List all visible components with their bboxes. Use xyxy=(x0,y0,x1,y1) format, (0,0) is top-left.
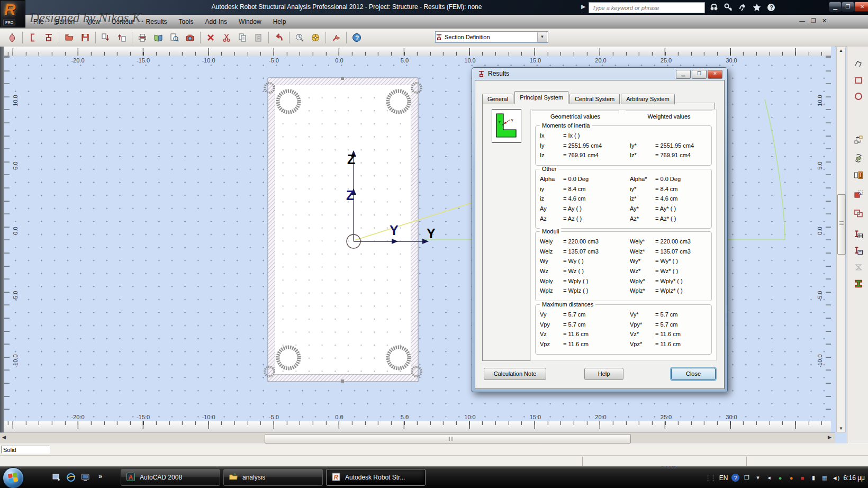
show-desktop-icon[interactable] xyxy=(51,472,62,483)
value-cell-1: = Wy ( ) xyxy=(563,258,630,264)
scroll-right-icon[interactable]: ▶ xyxy=(828,435,831,440)
cut-button[interactable] xyxy=(219,30,234,46)
tray-grip[interactable]: ⋮⋮ xyxy=(705,474,716,482)
view-mode-field[interactable]: Solid xyxy=(1,446,50,454)
preferences-button[interactable] xyxy=(328,30,344,46)
value-cell-2: Vy* xyxy=(630,311,655,318)
menu-item-window[interactable]: Window xyxy=(233,15,267,28)
draw-polyline-button[interactable] xyxy=(851,56,866,71)
paste-properties-button[interactable] xyxy=(114,30,130,46)
satellite-icon[interactable] xyxy=(736,2,749,13)
tab-general[interactable]: General xyxy=(482,94,513,104)
quicklaunch-overflow-icon[interactable]: » xyxy=(98,472,102,480)
tab-central-system[interactable]: Central System xyxy=(569,94,620,104)
print-button[interactable] xyxy=(134,30,150,46)
menu-item-tools[interactable]: Tools xyxy=(173,15,200,28)
preview-button[interactable] xyxy=(150,30,166,46)
undo-button[interactable] xyxy=(271,30,287,46)
help-button[interactable]: Help xyxy=(584,368,623,380)
horizontal-scroll-thumb[interactable] xyxy=(265,434,631,444)
section-columns-button[interactable] xyxy=(851,168,866,183)
internet-explorer-icon[interactable] xyxy=(65,472,77,483)
help-icon[interactable]: ? xyxy=(764,2,778,13)
restore-window[interactable]: ❐ xyxy=(743,474,751,482)
tab-principal-system[interactable]: Principal System xyxy=(514,91,568,104)
taskbar-button-autodeskrobotstr[interactable]: RAutodesk Robot Str... xyxy=(326,469,426,486)
close-button[interactable]: ✕ xyxy=(854,2,868,12)
close-button[interactable]: Close xyxy=(671,368,716,380)
pan-view-button[interactable] xyxy=(308,30,323,46)
scroll-up-icon[interactable]: ▲ xyxy=(839,48,843,53)
svg-text:?: ? xyxy=(355,34,359,42)
contours-merge-button[interactable] xyxy=(851,206,866,221)
key-icon[interactable] xyxy=(721,2,735,13)
rotate-button[interactable] xyxy=(851,151,866,166)
open-button[interactable] xyxy=(61,30,77,46)
copy-button[interactable] xyxy=(234,30,250,46)
menu-item-addins[interactable]: Add-Ins xyxy=(200,15,233,28)
subtab-weighted-values[interactable]: Weighted values xyxy=(626,111,712,122)
dialog-close-icon[interactable]: ✕ xyxy=(708,70,722,79)
infocenter-toggle-icon[interactable]: ▶ xyxy=(581,3,585,10)
vertical-scroll-thumb[interactable] xyxy=(837,194,846,255)
binoculars-icon[interactable] xyxy=(707,2,721,13)
network[interactable]: ▦ xyxy=(820,474,828,482)
zoom-view-button[interactable] xyxy=(292,30,308,46)
value-row: Vpz= 11.6 cmVpz*= 11.6 cm xyxy=(540,339,709,349)
caret-down[interactable]: ▾ xyxy=(754,474,762,482)
contour-modify-button[interactable] xyxy=(851,187,866,202)
scroll-down-icon[interactable]: ▼ xyxy=(839,426,843,431)
start-button[interactable] xyxy=(3,467,24,488)
mdi-minimize-button[interactable]: — xyxy=(799,17,805,24)
taskbar-button-analysis[interactable]: analysis xyxy=(223,469,323,486)
clock[interactable]: 6:16 μμ xyxy=(843,474,865,482)
draw-rectangle-button[interactable] xyxy=(851,73,866,88)
mdi-close-button[interactable]: ✕ xyxy=(822,17,827,24)
delete-button[interactable] xyxy=(203,30,219,46)
help-button[interactable]: ? xyxy=(349,30,365,46)
section-wireframe-button[interactable] xyxy=(851,260,866,275)
section-table-button[interactable] xyxy=(851,227,866,242)
dialog-maximize-button[interactable]: ❐ xyxy=(692,70,707,79)
tray-app-orange[interactable]: ● xyxy=(787,474,795,482)
star-icon[interactable] xyxy=(750,2,764,13)
subtab-geometrical-values[interactable]: Geometrical values xyxy=(532,111,619,122)
tab-arbitrary-system[interactable]: Arbitrary System xyxy=(621,94,674,104)
infocenter-search-input[interactable] xyxy=(589,2,705,13)
section-save-button[interactable] xyxy=(851,243,866,258)
value-cell-2: Iz* xyxy=(630,152,655,158)
draw-circle-button[interactable] xyxy=(851,89,866,104)
save-button[interactable] xyxy=(77,30,93,46)
mdi-restore-button[interactable]: ❐ xyxy=(811,17,816,24)
menu-item-results[interactable]: Results xyxy=(140,15,173,28)
dialog-title-bar[interactable]: Results xyxy=(478,70,509,77)
menu-item-help[interactable]: Help xyxy=(267,15,292,28)
print-preview-button[interactable] xyxy=(166,30,182,46)
power-plug[interactable]: ▮ xyxy=(809,474,817,482)
selection-ellipse-button[interactable] xyxy=(4,30,20,46)
vertical-scrollbar[interactable]: ▲ ▼ xyxy=(836,47,846,432)
bracket-tool-button[interactable] xyxy=(25,30,41,46)
help-balloon[interactable]: ? xyxy=(731,474,739,482)
language-indicator[interactable]: EN xyxy=(719,474,728,482)
tray-app-red[interactable]: ■ xyxy=(798,474,806,482)
scroll-left-icon[interactable]: ◀ xyxy=(2,435,6,440)
chevron-down-icon[interactable]: ▼ xyxy=(537,32,547,42)
section-solid-button[interactable] xyxy=(851,276,866,291)
paste-button[interactable]: F xyxy=(250,30,266,46)
dialog-minimize-button[interactable]: ▁ xyxy=(676,70,691,79)
screen-capture-button[interactable] xyxy=(182,30,198,46)
horizontal-scrollbar[interactable]: ◀ ▶ xyxy=(0,432,835,444)
calculation-note-button[interactable]: Calculation Note xyxy=(484,368,546,380)
minimize-button[interactable]: ▁ xyxy=(829,2,842,12)
remote-desktop-icon[interactable] xyxy=(79,472,91,483)
volume[interactable]: ◄) xyxy=(831,474,839,482)
tray-app-green[interactable]: ● xyxy=(776,474,784,482)
restore-button[interactable]: ❐ xyxy=(842,2,854,12)
taskbar-button-autocad2008[interactable]: AAutoCAD 2008 xyxy=(121,469,220,486)
translate-button[interactable] xyxy=(851,132,866,147)
section-definition-combo[interactable]: Section Definition ▼ xyxy=(435,31,548,43)
copy-properties-button[interactable] xyxy=(98,30,114,46)
chevron-left[interactable]: ◂ xyxy=(765,474,773,482)
section-type-button[interactable] xyxy=(41,30,57,46)
